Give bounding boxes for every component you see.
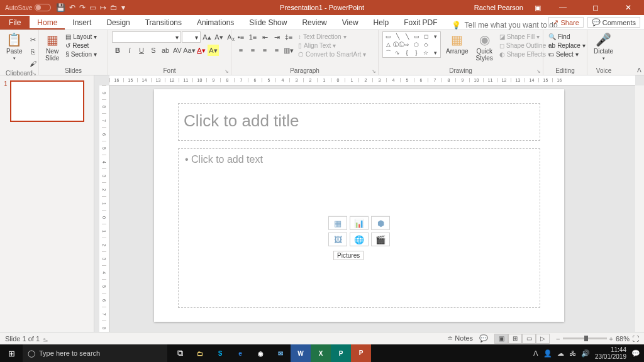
normal-view-button[interactable]: ▣ — [494, 334, 508, 344]
align-text-button[interactable]: ▯ Align Text ▾ — [297, 41, 367, 50]
tab-foxit[interactable]: Foxit PDF — [396, 16, 445, 30]
zoom-control[interactable]: − + 68% ⛶ — [556, 335, 639, 343]
dictate-button[interactable]: 🎤Dictate▾ — [591, 31, 616, 62]
change-case-button[interactable]: Aa▾ — [184, 45, 195, 56]
numbering-button[interactable]: 1≡ — [247, 31, 258, 43]
action-center-icon[interactable]: 💬 — [631, 349, 640, 358]
reading-view-button[interactable]: ▭ — [522, 334, 536, 344]
tab-animations[interactable]: Animations — [189, 16, 242, 30]
section-button[interactable]: § Section ▾ — [64, 50, 98, 58]
maximize-button[interactable]: ◻ — [585, 3, 606, 12]
new-slide-button[interactable]: ▦New Slide — [43, 31, 62, 63]
tray-chevron-icon[interactable]: ᐱ — [533, 349, 538, 358]
tab-file[interactable]: File — [0, 16, 30, 30]
app-word[interactable]: W — [291, 344, 311, 362]
title-placeholder[interactable]: Click to add title — [178, 103, 540, 141]
autosave-toggle[interactable]: AutoSave — [5, 4, 51, 11]
insert-chart-icon[interactable]: 📊 — [350, 216, 369, 230]
fit-to-window-button[interactable]: ⛶ — [632, 335, 639, 343]
tab-insert[interactable]: Insert — [65, 16, 99, 30]
network-icon[interactable]: 🖧 — [569, 349, 576, 357]
tab-help[interactable]: Help — [366, 16, 397, 30]
decrease-indent-button[interactable]: ⇤ — [259, 31, 270, 43]
user-name[interactable]: Rachel Pearson — [474, 4, 523, 11]
close-button[interactable]: ✕ — [618, 3, 639, 12]
decrease-font-button[interactable]: A▾ — [213, 31, 225, 43]
zoom-out-button[interactable]: − — [556, 335, 560, 343]
save-icon[interactable]: 💾 — [56, 3, 65, 12]
arrange-button[interactable]: ▦Arrange — [443, 31, 471, 56]
align-left-button[interactable]: ≡ — [235, 45, 247, 56]
replace-button[interactable]: ab Replace ▾ — [547, 41, 587, 50]
comments-status-button[interactable]: 💬 — [479, 334, 488, 343]
strikethrough-button[interactable]: ab — [160, 45, 171, 56]
bullets-button[interactable]: •≡ — [235, 31, 247, 43]
char-spacing-button[interactable]: AV — [172, 45, 183, 56]
insert-online-pictures-icon[interactable]: 🌐 — [350, 233, 369, 246]
layout-button[interactable]: ▤ Layout ▾ — [64, 33, 98, 41]
slide-thumbnail-1[interactable] — [10, 80, 84, 122]
minimize-button[interactable]: — — [552, 3, 574, 12]
slide-thumbnail-panel[interactable]: 1 — [0, 75, 94, 337]
drawing-launcher[interactable]: ↘ — [536, 69, 541, 74]
tab-review[interactable]: Review — [294, 16, 334, 30]
line-spacing-button[interactable]: ‡≡ — [283, 31, 294, 43]
task-view-button[interactable]: ⧉ — [170, 344, 190, 362]
format-painter-button[interactable]: 🖌 — [28, 58, 39, 69]
columns-button[interactable]: ▥▾ — [283, 45, 294, 56]
increase-font-button[interactable]: A▴ — [201, 31, 213, 43]
app-publisher[interactable]: P — [331, 344, 351, 362]
paragraph-launcher[interactable]: ↘ — [372, 69, 376, 74]
italic-button[interactable]: I — [124, 45, 135, 56]
zoom-in-button[interactable]: + — [609, 335, 613, 343]
slideshow-view-button[interactable]: ▷ — [536, 334, 550, 344]
start-button[interactable]: ⊞ — [0, 349, 23, 358]
quick-styles-button[interactable]: ◉Quick Styles — [474, 31, 496, 63]
align-center-button[interactable]: ≡ — [247, 45, 258, 56]
paste-button[interactable]: 📋Paste▾ — [4, 31, 25, 62]
text-direction-button[interactable]: ↕ Text Direction ▾ — [297, 33, 367, 41]
tab-view[interactable]: View — [335, 16, 366, 30]
tab-transitions[interactable]: Transitions — [138, 16, 189, 30]
cut-button[interactable]: ✂ — [28, 34, 39, 45]
increase-indent-button[interactable]: ⇥ — [271, 31, 282, 43]
vertical-scrollbar[interactable] — [635, 85, 644, 337]
open-icon[interactable]: 🗀 — [110, 3, 118, 12]
app-chrome[interactable]: ◉ — [250, 344, 270, 362]
comments-button[interactable]: 💬 Comments — [587, 17, 640, 28]
app-mail[interactable]: ✉ — [270, 344, 291, 362]
app-skype[interactable]: S — [210, 344, 230, 362]
insert-smartart-icon[interactable]: ⬢ — [371, 216, 390, 230]
notes-button[interactable]: ≐ Notes — [447, 334, 473, 343]
redo-icon[interactable]: ↷ — [79, 3, 86, 12]
insert-video-icon[interactable]: 🎬 — [371, 233, 390, 246]
collapse-ribbon-button[interactable]: ᐱ — [637, 67, 641, 74]
tab-slideshow[interactable]: Slide Show — [242, 16, 294, 30]
zoom-slider[interactable] — [563, 337, 607, 339]
reset-button[interactable]: ↺ Reset — [64, 41, 98, 50]
slide[interactable]: Click to add title • Click to add text ▦… — [154, 89, 564, 322]
app-powerpoint[interactable]: P — [351, 344, 371, 362]
font-name-combo[interactable]: ▾ — [112, 31, 181, 43]
onedrive-icon[interactable]: ☁ — [557, 349, 564, 358]
select-button[interactable]: ▭ Select ▾ — [547, 50, 587, 58]
shapes-gallery[interactable]: ▭╲╲▭◻▾ △ⓁⓁ⇨⬡◇ ⌒∿{}☆▾ — [382, 31, 441, 58]
align-right-button[interactable]: ≡ — [259, 45, 270, 56]
shadow-button[interactable]: S — [148, 45, 159, 56]
insert-pictures-icon[interactable]: 🖼 — [328, 233, 347, 246]
zoom-level[interactable]: 68% — [616, 335, 630, 343]
content-placeholder[interactable]: • Click to add text ▦ 📊 ⬢ 🖼 🌐 🎬 Pictures — [178, 148, 540, 308]
people-icon[interactable]: 👤 — [543, 349, 552, 358]
app-excel[interactable]: X — [311, 344, 331, 362]
app-edge[interactable]: e — [230, 344, 250, 362]
tell-me-search[interactable]: 💡 Tell me what you want to do — [452, 21, 558, 30]
undo-icon[interactable]: ↶ — [69, 3, 75, 12]
start-from-beginning-icon[interactable]: ▭ — [89, 3, 96, 12]
find-button[interactable]: 🔍 Find — [547, 33, 587, 41]
share-button[interactable]: ↗ Share — [548, 17, 583, 28]
ribbon-options-icon[interactable]: ▣ — [535, 4, 541, 12]
clock[interactable]: 11:4423/01/2019 — [595, 346, 626, 360]
convert-smartart-button[interactable]: ⬡ Convert to SmartArt ▾ — [297, 50, 367, 58]
font-color-button[interactable]: A▾ — [196, 45, 207, 56]
tab-home[interactable]: Home — [30, 16, 65, 30]
